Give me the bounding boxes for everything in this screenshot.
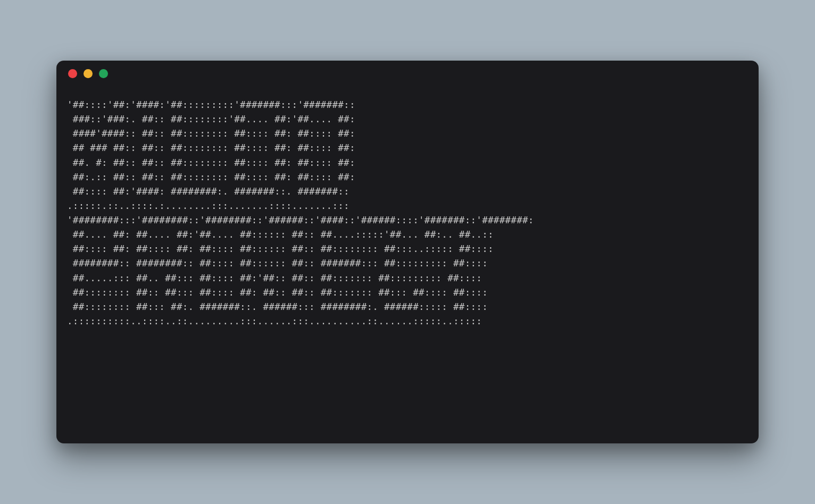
ascii-line-1: ###::'###:. ##:: ##::::::::'##.... ##:'#…: [67, 114, 355, 124]
ascii-line-13: ##:::::::: ##:: ##::: ##:::: ##: ##:: ##…: [67, 287, 488, 298]
ascii-line-7: .:::::.::..::::.:........:::.......::::.…: [67, 200, 350, 211]
ascii-line-2: ####'####:: ##:: ##:::::::: ##:::: ##: #…: [67, 128, 355, 139]
terminal-window: '##::::'##:'####:'##:::::::::'#######:::…: [56, 61, 759, 443]
ascii-line-12: ##.....::: ##.. ##::: ##:::: ##:'##:: ##…: [67, 273, 482, 283]
window-titlebar: [56, 61, 759, 86]
close-button[interactable]: [68, 69, 77, 78]
ascii-line-14: ##:::::::: ##::: ##:. #######::. ######:…: [67, 301, 488, 312]
ascii-line-9: ##.... ##: ##.... ##:'##.... ##:::::: ##…: [67, 229, 494, 240]
ascii-line-15: .::::::::::..::::..::.........:::......:…: [67, 316, 482, 326]
ascii-line-5: ##:.:: ##:: ##:: ##:::::::: ##:::: ##: #…: [67, 172, 355, 182]
ascii-line-10: ##:::: ##: ##:::: ##: ##:::: ##:::::: ##…: [67, 243, 494, 254]
ascii-line-11: ########:: ########:: ##:::: ##:::::: ##…: [67, 258, 488, 268]
terminal-output: '##::::'##:'####:'##:::::::::'#######:::…: [56, 86, 759, 443]
maximize-button[interactable]: [99, 69, 108, 78]
ascii-line-8: '########:::'########::'########::'#####…: [67, 215, 534, 225]
ascii-line-4: ##. #: ##:: ##:: ##:::::::: ##:::: ##: #…: [67, 157, 355, 168]
ascii-line-3: ## ### ##:: ##:: ##:::::::: ##:::: ##: #…: [67, 142, 355, 153]
ascii-line-6: ##:::: ##:'####: ########:. #######::. #…: [67, 186, 350, 197]
minimize-button[interactable]: [84, 69, 93, 78]
ascii-line-0: '##::::'##:'####:'##:::::::::'#######:::…: [67, 99, 355, 110]
